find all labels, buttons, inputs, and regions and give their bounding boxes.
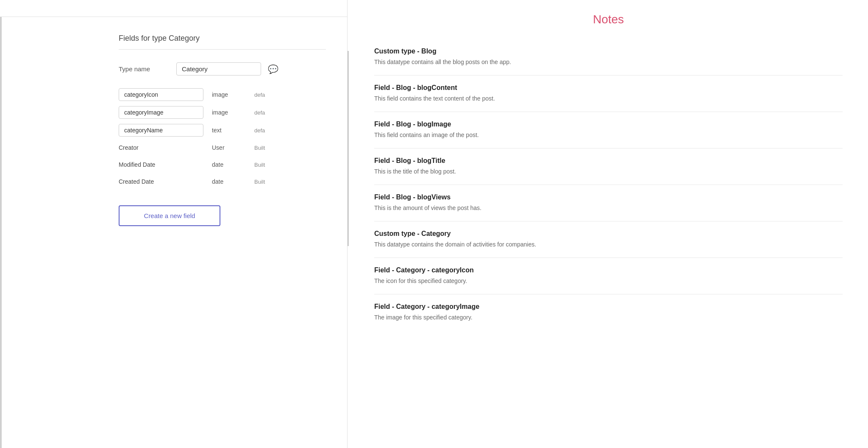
note-description: This datatype contains the domain of act… [374, 240, 843, 249]
type-name-label: Type name [119, 65, 170, 73]
right-panel: Notes Custom type - BlogThis datatype co… [349, 0, 868, 448]
field-name-input-categoryname[interactable] [119, 124, 203, 137]
fields-title: Fields for type Category [119, 34, 326, 50]
note-description: This field contains an image of the post… [374, 131, 843, 140]
field-row-static-modified: Modified Date date Built [119, 159, 326, 171]
static-field-modified-date: Modified Date [119, 159, 203, 171]
field-badge-categoryimage: defa [254, 109, 265, 116]
note-description: The image for this specified category. [374, 313, 843, 322]
notes-list: Custom type - BlogThis datatype contains… [374, 39, 843, 330]
note-heading: Custom type - Blog [374, 48, 843, 55]
field-type-modified-date: date [212, 161, 246, 168]
field-row-static-creator: Creator User Built [119, 142, 326, 154]
fields-table: image defa image defa text defa Creator … [119, 88, 326, 188]
note-heading: Field - Blog - blogImage [374, 120, 843, 128]
field-badge-categoryicon: defa [254, 92, 265, 98]
note-item: Field - Blog - blogViewsThis is the amou… [374, 185, 843, 221]
note-heading: Custom type - Category [374, 230, 843, 238]
note-description: This is the amount of views the post has… [374, 204, 843, 213]
left-vertical-divider [0, 17, 2, 448]
note-description: The icon for this specified category. [374, 277, 843, 286]
field-row: text defa [119, 124, 326, 137]
type-name-input[interactable] [176, 62, 261, 76]
note-heading: Field - Category - categoryIcon [374, 266, 843, 274]
field-badge-created-date: Built [254, 179, 265, 185]
note-item: Field - Blog - blogContentThis field con… [374, 76, 843, 112]
create-field-button[interactable]: Create a new field [119, 205, 220, 226]
field-type-created-date: date [212, 178, 246, 185]
field-type-categoryicon: image [212, 91, 246, 98]
field-row-static-created: Created Date date Built [119, 176, 326, 188]
note-heading: Field - Blog - blogViews [374, 193, 843, 201]
note-item: Custom type - BlogThis datatype contains… [374, 39, 843, 76]
note-item: Field - Blog - blogImageThis field conta… [374, 112, 843, 148]
field-badge-creator: Built [254, 145, 265, 151]
note-item: Field - Category - categoryImageThe imag… [374, 294, 843, 330]
field-name-input-categoryicon[interactable] [119, 88, 203, 101]
left-panel: Fields for type Category Type name 💬 ima… [0, 0, 348, 448]
type-name-row: Type name 💬 [119, 62, 326, 76]
field-type-categoryname: text [212, 127, 246, 134]
chat-icon[interactable]: 💬 [268, 64, 278, 74]
top-bar [0, 0, 347, 17]
field-type-categoryimage: image [212, 109, 246, 116]
note-item: Field - Blog - blogTitleThis is the titl… [374, 148, 843, 185]
note-description: This datatype contains all the blog post… [374, 58, 843, 67]
note-heading: Field - Blog - blogTitle [374, 157, 843, 165]
note-description: This is the title of the blog post. [374, 167, 843, 176]
static-field-created-date: Created Date [119, 176, 203, 188]
note-heading: Field - Blog - blogContent [374, 84, 843, 92]
field-row: image defa [119, 88, 326, 101]
note-item: Custom type - CategoryThis datatype cont… [374, 221, 843, 258]
field-row: image defa [119, 106, 326, 119]
field-badge-modified-date: Built [254, 162, 265, 168]
note-item: Field - Category - categoryIconThe icon … [374, 258, 843, 294]
note-heading: Field - Category - categoryImage [374, 303, 843, 311]
note-description: This field contains the text content of … [374, 94, 843, 103]
notes-title: Notes [374, 13, 843, 26]
field-badge-categoryname: defa [254, 127, 265, 134]
static-field-creator: Creator [119, 142, 203, 154]
field-type-creator: User [212, 144, 246, 151]
field-name-input-categoryimage[interactable] [119, 106, 203, 119]
